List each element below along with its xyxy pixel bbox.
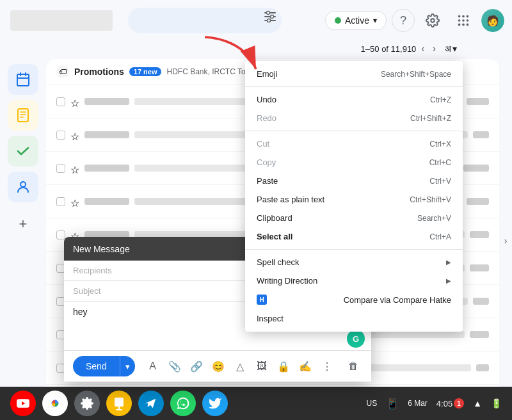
checkbox[interactable]	[56, 197, 65, 206]
svg-rect-19	[18, 109, 28, 122]
ctx-redo-item[interactable]: Redo Ctrl+Shift+Z	[245, 109, 463, 127]
checkbox[interactable]	[56, 164, 65, 173]
attach-button[interactable]: 📎	[166, 357, 184, 375]
link-button[interactable]: 🔗	[188, 357, 205, 375]
chevron-down-icon: ▾	[373, 16, 377, 25]
signature-button[interactable]: ✍	[296, 357, 314, 375]
emoji-button[interactable]: 😊	[209, 357, 227, 375]
sidebar-notes-icon[interactable]	[8, 100, 38, 131]
ctx-inspect-item[interactable]: Inspect	[245, 309, 463, 328]
taskbar-youtube-icon[interactable]	[10, 391, 36, 416]
promotions-label: Promotions	[74, 67, 124, 77]
drive-button[interactable]: △	[231, 357, 249, 375]
send-button-group: Send ▾	[73, 356, 135, 376]
send-dropdown-button[interactable]: ▾	[120, 356, 135, 376]
ctx-undo-item[interactable]: Undo Ctrl+Z	[245, 90, 463, 109]
prev-page-button[interactable]: ‹	[419, 42, 427, 56]
ctx-undo-label: Undo	[257, 95, 276, 104]
settings-button[interactable]	[420, 8, 445, 33]
ctx-cut-label: Cut	[257, 139, 269, 149]
svg-point-13	[462, 24, 465, 26]
extra-block	[467, 198, 489, 205]
star-icon[interactable]: ☆	[70, 164, 79, 173]
apps-button[interactable]	[451, 8, 476, 33]
taskbar-status-area: US 📱 6 Mar 4:05 1 ▲ 🔋	[366, 398, 502, 410]
ctx-writing-direction-label: Writing Direction	[257, 276, 317, 286]
extra-block	[470, 264, 489, 271]
star-icon[interactable]: ☆	[70, 97, 79, 106]
ctx-clipboard-item[interactable]: Clipboard Search+V	[245, 209, 463, 227]
checkbox[interactable]	[56, 131, 65, 140]
battery-icon: 🔋	[491, 398, 502, 408]
promotions-icon: 🏷	[56, 65, 69, 78]
ctx-clipboard-label: Clipboard	[257, 213, 292, 223]
sidebar-add-button[interactable]: +	[12, 213, 35, 236]
search-bar[interactable]	[128, 8, 282, 33]
ctx-select-all-shortcut: Ctrl+A	[429, 232, 451, 241]
delete-button[interactable]: 🗑	[344, 357, 362, 375]
lock-button[interactable]: 🔒	[275, 357, 292, 375]
checkbox[interactable]	[56, 97, 65, 106]
svg-point-6	[458, 15, 461, 18]
time-area: 4:05 1	[436, 398, 464, 408]
star-icon[interactable]: ☆	[70, 131, 79, 140]
region-label: US	[366, 399, 377, 408]
checkbox[interactable]	[56, 230, 65, 239]
svg-point-14	[467, 24, 469, 26]
ctx-copy-shortcut: Ctrl+C	[429, 158, 451, 167]
context-menu: Emoji Search+Shift+Space Undo Ctrl+Z Red…	[245, 61, 463, 332]
ctx-spell-check-item[interactable]: Spell check ▶	[245, 253, 463, 271]
taskbar-settings-icon[interactable]	[74, 391, 100, 416]
time-label: 4:05	[436, 399, 452, 408]
sliders-btn[interactable]	[262, 9, 278, 27]
svg-point-4	[271, 15, 274, 19]
right-expand-button[interactable]: ›	[499, 59, 512, 420]
ctx-spell-check-arrow: ▶	[446, 259, 451, 266]
svg-point-11	[467, 19, 469, 22]
gmail-logo	[10, 10, 113, 31]
sidebar-calendar-icon[interactable]	[8, 64, 38, 95]
translate-button[interactable]: अ ▾	[441, 42, 461, 56]
active-button[interactable]: Active ▾	[325, 11, 387, 30]
wifi-icon: ▲	[473, 398, 482, 408]
svg-point-3	[267, 12, 270, 15]
photo-button[interactable]: 🖼	[253, 357, 271, 375]
send-button[interactable]: Send	[73, 356, 120, 376]
ctx-separator-3	[245, 249, 463, 250]
format-text-button[interactable]: A	[144, 357, 162, 375]
ctx-select-all-item[interactable]: Select all Ctrl+A	[245, 227, 463, 246]
extra-block	[470, 231, 489, 238]
taskbar-whatsapp-icon[interactable]	[170, 391, 196, 416]
extra-block	[467, 98, 489, 105]
ctx-cut-item[interactable]: Cut Ctrl+X	[245, 134, 463, 153]
translate-chevron: ▾	[452, 44, 457, 54]
help-button[interactable]: ?	[392, 9, 415, 32]
taskbar-photos-icon[interactable]	[42, 391, 68, 416]
taskbar-keep-icon[interactable]	[106, 391, 132, 416]
svg-rect-26	[115, 398, 124, 407]
more-options-button[interactable]: ⋮	[318, 357, 336, 375]
ctx-copy-item[interactable]: Copy Ctrl+C	[245, 153, 463, 172]
ctx-copy-label: Copy	[257, 158, 276, 167]
taskbar-bird-icon[interactable]	[202, 391, 228, 416]
sidebar-contacts-icon[interactable]	[8, 172, 38, 202]
ctx-paste-shortcut: Ctrl+V	[429, 177, 451, 186]
ctx-clipboard-shortcut: Search+V	[417, 214, 451, 223]
taskbar-telegram-icon[interactable]	[138, 391, 164, 416]
ctx-emoji-item[interactable]: Emoji Search+Shift+Space	[245, 65, 463, 83]
user-avatar[interactable]: 🧑	[481, 9, 504, 32]
sender-block	[84, 98, 129, 105]
svg-point-9	[458, 19, 461, 22]
star-icon[interactable]: ☆	[70, 197, 79, 206]
promotions-badge: 17 new	[129, 67, 162, 76]
pagination-text: 1–50 of 11,910	[361, 44, 417, 54]
next-page-button[interactable]: ›	[430, 42, 438, 56]
ctx-compare-item[interactable]: H Compare via Compare Hatke	[245, 290, 463, 309]
ctx-writing-direction-item[interactable]: Writing Direction ▶	[245, 271, 463, 290]
ctx-separator-1	[245, 86, 463, 87]
ctx-paste-item[interactable]: Paste Ctrl+V	[245, 172, 463, 190]
extra-block	[463, 165, 489, 172]
ctx-paste-plain-item[interactable]: Paste as plain text Ctrl+Shift+V	[245, 190, 463, 209]
device-icon: 📱	[386, 398, 399, 410]
sidebar-tasks-icon[interactable]	[8, 136, 38, 166]
